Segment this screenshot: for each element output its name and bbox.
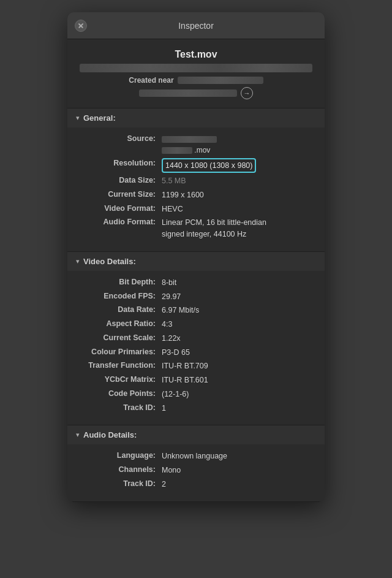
video-codepoints-value: (12-1-6) xyxy=(162,389,189,400)
window-title: Inspector xyxy=(178,21,214,31)
video-codepoints-row: Code Points: (12-1-6) xyxy=(76,389,316,400)
video-datarate-row: Data Rate: 6.97 Mbit/s xyxy=(76,305,316,316)
titlebar: Inspector xyxy=(67,12,325,39)
video-details-section-header[interactable]: ▾ Video Details: xyxy=(67,252,325,271)
general-currentsize-row: Current Size: 1199 x 1600 xyxy=(76,189,316,201)
general-datasize-label: Data Size: xyxy=(76,175,162,184)
location-arrow-button[interactable]: → xyxy=(241,87,253,99)
general-source-row: Source: .mov xyxy=(76,134,316,156)
video-datarate-value: 6.97 Mbit/s xyxy=(162,305,199,316)
general-section-body: Source: .mov Resolution: 1440 x 1080 (13… xyxy=(67,127,325,251)
video-colourprimaries-label: Colour Primaries: xyxy=(76,347,162,356)
file-path-blurred xyxy=(80,64,312,72)
video-encodedfps-row: Encoded FPS: 29.97 xyxy=(76,291,316,303)
audio-channels-value: Mono xyxy=(162,465,181,476)
general-chevron-icon: ▾ xyxy=(76,114,80,122)
video-colourprimaries-row: Colour Primaries: P3-D 65 xyxy=(76,347,316,359)
video-details-section: ▾ Video Details: Bit Depth: 8-bit Encode… xyxy=(67,252,325,426)
arrow-right-icon: → xyxy=(244,89,251,97)
created-near-label: Created near xyxy=(129,76,173,85)
video-encodedfps-value: 29.97 xyxy=(162,291,181,303)
general-audioformat-row: Audio Format: Linear PCM, 16 bit little-… xyxy=(76,217,316,240)
source-path-blur-1 xyxy=(162,136,217,143)
video-transferfunction-label: Transfer Function: xyxy=(76,360,162,370)
general-section-title: General: xyxy=(83,113,116,123)
audio-details-section: ▾ Audio Details: Language: Unknown langu… xyxy=(67,425,325,501)
file-name: Test.mov xyxy=(80,49,312,60)
video-encodedfps-label: Encoded FPS: xyxy=(76,291,162,300)
general-audioformat-label: Audio Format: xyxy=(76,217,162,226)
general-source-label: Source: xyxy=(76,134,162,143)
audio-language-row: Language: Unknown language xyxy=(76,451,316,462)
video-ycbcr-value: ITU-R BT.601 xyxy=(162,375,208,386)
general-resolution-row: Resolution: 1440 x 1080 (1308 x 980) xyxy=(76,158,316,173)
general-audioformat-value: Linear PCM, 16 bit little-endian signed … xyxy=(162,217,266,240)
created-near-value-blurred xyxy=(178,77,263,84)
video-trackid-row: Track ID: 1 xyxy=(76,403,316,414)
audio-language-value: Unknown language xyxy=(162,451,227,462)
audio-details-chevron-icon: ▾ xyxy=(76,431,80,439)
close-button[interactable] xyxy=(75,20,87,32)
video-bitdepth-label: Bit Depth: xyxy=(76,277,162,286)
video-aspectratio-value: 4:3 xyxy=(162,319,172,330)
video-aspectratio-label: Aspect Ratio: xyxy=(76,319,162,328)
video-trackid-label: Track ID: xyxy=(76,403,162,412)
general-videoformat-label: Video Format: xyxy=(76,203,162,213)
general-videoformat-row: Video Format: HEVC xyxy=(76,203,316,215)
general-section: ▾ General: Source: .mov Resolut xyxy=(67,108,325,252)
inspector-window: Inspector Test.mov Created near → ▾ Gene… xyxy=(67,12,325,502)
video-currentscale-label: Current Scale: xyxy=(76,333,162,342)
location-value-blurred xyxy=(139,89,237,97)
general-datasize-value: 5.5 MB xyxy=(162,175,186,187)
general-source-value: .mov xyxy=(162,134,217,156)
general-videoformat-value: HEVC xyxy=(162,203,183,215)
audio-trackid-row: Track ID: 2 xyxy=(76,479,316,490)
audio-trackid-value: 2 xyxy=(162,479,166,490)
video-details-section-title: Video Details: xyxy=(83,257,136,266)
general-section-header[interactable]: ▾ General: xyxy=(67,108,325,127)
general-currentsize-value: 1199 x 1600 xyxy=(162,189,204,201)
video-trackid-value: 1 xyxy=(162,403,166,414)
audio-channels-row: Channels: Mono xyxy=(76,465,316,476)
general-datasize-row: Data Size: 5.5 MB xyxy=(76,175,316,187)
general-resolution-label: Resolution: xyxy=(76,158,162,167)
general-resolution-value: 1440 x 1080 (1308 x 980) xyxy=(162,158,256,173)
video-currentscale-value: 1.22x xyxy=(162,333,181,344)
audio-details-section-body: Language: Unknown language Channels: Mon… xyxy=(67,444,325,501)
video-transferfunction-row: Transfer Function: ITU-R BT.709 xyxy=(76,360,316,372)
audio-details-section-header[interactable]: ▾ Audio Details: xyxy=(67,425,325,444)
created-near-row: Created near xyxy=(80,76,312,85)
general-currentsize-label: Current Size: xyxy=(76,189,162,199)
video-codepoints-label: Code Points: xyxy=(76,389,162,398)
video-currentscale-row: Current Scale: 1.22x xyxy=(76,333,316,344)
file-header: Test.mov Created near → xyxy=(67,39,325,108)
video-ycbcr-row: YCbCr Matrix: ITU-R BT.601 xyxy=(76,375,316,386)
video-details-section-body: Bit Depth: 8-bit Encoded FPS: 29.97 Data… xyxy=(67,271,325,425)
source-path-blur-2 xyxy=(162,147,192,154)
video-aspectratio-row: Aspect Ratio: 4:3 xyxy=(76,319,316,330)
video-details-chevron-icon: ▾ xyxy=(76,257,80,265)
audio-channels-label: Channels: xyxy=(76,465,162,474)
video-datarate-label: Data Rate: xyxy=(76,305,162,314)
audio-details-section-title: Audio Details: xyxy=(83,430,137,439)
video-colourprimaries-value: P3-D 65 xyxy=(162,347,190,359)
video-transferfunction-value: ITU-R BT.709 xyxy=(162,360,208,372)
audio-trackid-label: Track ID: xyxy=(76,479,162,488)
source-extension: .mov xyxy=(194,146,210,154)
video-bitdepth-row: Bit Depth: 8-bit xyxy=(76,277,316,289)
video-bitdepth-value: 8-bit xyxy=(162,277,176,289)
source-line-2: .mov xyxy=(162,145,217,156)
location-row: → xyxy=(80,87,312,99)
video-ycbcr-label: YCbCr Matrix: xyxy=(76,375,162,384)
audio-language-label: Language: xyxy=(76,451,162,460)
source-line-1 xyxy=(162,134,217,145)
